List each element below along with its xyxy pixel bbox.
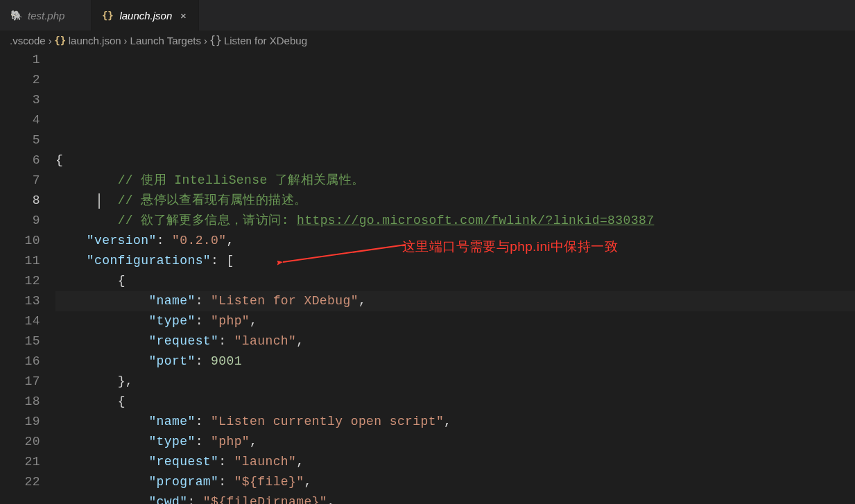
line-number: 1 — [0, 50, 40, 70]
breadcrumb-item[interactable]: .vscode — [10, 35, 46, 46]
tab-bar: 🐘 test.php × {} launch.json × — [0, 0, 855, 31]
line-number: 3 — [0, 90, 40, 110]
json-icon: {} — [101, 9, 114, 21]
line-number: 10 — [0, 231, 40, 251]
line-number: 4 — [0, 110, 40, 130]
line-number: 2 — [0, 70, 40, 90]
line-number-gutter: 12345678910111213141516171819202122 — [0, 50, 55, 504]
code-line[interactable]: "version": "0.2.0", — [55, 231, 855, 251]
code-line[interactable]: "type": "php", — [55, 432, 855, 452]
code-line[interactable]: { — [55, 271, 855, 291]
breadcrumb-label: launch.json — [69, 35, 121, 46]
json-icon: {} — [55, 35, 66, 46]
line-number: 17 — [0, 372, 40, 392]
line-number: 16 — [0, 351, 40, 372]
code-line[interactable]: { — [55, 150, 855, 171]
line-number: 6 — [0, 150, 40, 171]
code-line[interactable]: "type": "php", — [55, 311, 855, 331]
code-line[interactable]: "configurations": [ — [55, 251, 855, 271]
text-cursor — [98, 193, 100, 209]
code-line[interactable]: // 使用 IntelliSense 了解相关属性。 — [55, 171, 855, 191]
line-number: 5 — [0, 130, 40, 150]
code-line[interactable]: }, — [55, 372, 855, 392]
line-number: 11 — [0, 251, 40, 271]
code-line[interactable]: "port": 9001 — [55, 351, 855, 372]
breadcrumb[interactable]: .vscode › {} launch.json › Launch Target… — [0, 31, 855, 50]
line-number: 21 — [0, 452, 40, 472]
breadcrumb-item[interactable]: {} launch.json — [55, 35, 121, 46]
php-icon: 🐘 — [10, 9, 22, 21]
code-line[interactable]: "program": "${file}", — [55, 472, 855, 492]
code-line[interactable]: "request": "launch", — [55, 452, 855, 472]
code-line[interactable]: "name": "Listen currently open script", — [55, 412, 855, 432]
breadcrumb-label: .vscode — [10, 35, 46, 46]
tab-launch-json[interactable]: {} launch.json × — [92, 0, 199, 31]
braces-icon: {} — [210, 35, 221, 46]
line-number: 18 — [0, 392, 40, 412]
close-icon[interactable]: × — [178, 10, 189, 21]
tab-test-php[interactable]: 🐘 test.php × — [0, 0, 92, 31]
editor[interactable]: 12345678910111213141516171819202122 这里端口… — [0, 50, 855, 504]
line-number: 7 — [0, 171, 40, 191]
line-number: 9 — [0, 211, 40, 231]
line-number: 20 — [0, 432, 40, 452]
line-number: 14 — [0, 311, 40, 331]
line-number: 19 — [0, 412, 40, 432]
line-number: 13 — [0, 291, 40, 311]
tab-label: test.php — [28, 10, 64, 21]
code-line[interactable]: "request": "launch", — [55, 331, 855, 351]
line-number: 12 — [0, 271, 40, 291]
breadcrumb-label: Listen for XDebug — [224, 35, 307, 46]
line-number: 15 — [0, 331, 40, 351]
code-line[interactable]: { — [55, 392, 855, 412]
breadcrumb-item[interactable]: Launch Targets — [130, 35, 201, 46]
code-line[interactable]: // 欲了解更多信息，请访问: https://go.microsoft.com… — [55, 211, 855, 231]
chevron-right-icon: › — [204, 35, 207, 46]
chevron-right-icon: › — [49, 35, 52, 46]
code-line[interactable]: "cwd": "${fileDirname}", — [55, 492, 855, 504]
breadcrumb-label: Launch Targets — [130, 35, 201, 46]
breadcrumb-item[interactable]: {} Listen for XDebug — [210, 35, 307, 46]
tab-label: launch.json — [119, 10, 172, 21]
code-line[interactable]: "name": "Listen for XDebug", — [55, 291, 855, 311]
line-number: 22 — [0, 472, 40, 492]
code-area[interactable]: 这里端口号需要与php.ini中保持一致 { // 使用 IntelliSens… — [55, 50, 855, 504]
line-number: 8 — [0, 191, 40, 211]
chevron-right-icon: › — [124, 35, 128, 46]
code-line[interactable]: // 悬停以查看现有属性的描述。 — [55, 191, 855, 211]
